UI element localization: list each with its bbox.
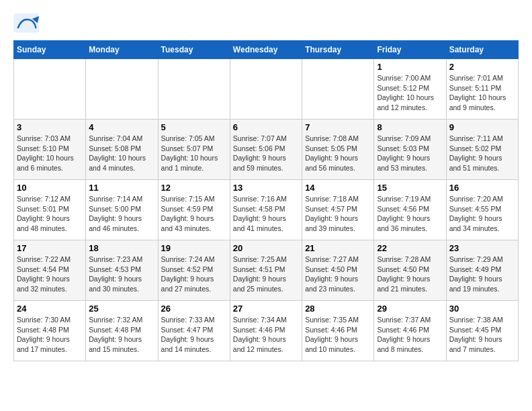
calendar-cell: 10Sunrise: 7:12 AM Sunset: 5:01 PM Dayli… xyxy=(14,180,86,240)
day-number: 13 xyxy=(233,183,299,193)
calendar-cell: 30Sunrise: 7:38 AM Sunset: 4:45 PM Dayli… xyxy=(446,301,518,361)
day-number: 1 xyxy=(377,62,443,72)
day-info: Sunrise: 7:07 AM Sunset: 5:06 PM Dayligh… xyxy=(233,134,299,173)
day-info: Sunrise: 7:20 AM Sunset: 4:55 PM Dayligh… xyxy=(449,194,515,234)
day-info: Sunrise: 7:27 AM Sunset: 4:50 PM Dayligh… xyxy=(305,255,371,294)
day-info: Sunrise: 7:19 AM Sunset: 4:56 PM Dayligh… xyxy=(377,194,443,234)
day-number: 26 xyxy=(161,304,227,314)
svg-rect-0 xyxy=(13,13,39,32)
calendar-week-row: 1Sunrise: 7:00 AM Sunset: 5:12 PM Daylig… xyxy=(14,59,519,120)
logo-icon xyxy=(13,13,40,34)
day-info: Sunrise: 7:33 AM Sunset: 4:47 PM Dayligh… xyxy=(161,315,227,355)
day-number: 30 xyxy=(449,304,515,314)
day-number: 3 xyxy=(17,122,83,132)
day-number: 4 xyxy=(89,122,154,132)
day-info: Sunrise: 7:24 AM Sunset: 4:52 PM Dayligh… xyxy=(161,255,227,294)
calendar-cell: 13Sunrise: 7:16 AM Sunset: 4:58 PM Dayli… xyxy=(230,180,302,240)
day-number: 23 xyxy=(449,243,515,253)
day-number: 28 xyxy=(305,304,371,314)
calendar-cell: 3Sunrise: 7:03 AM Sunset: 5:10 PM Daylig… xyxy=(14,120,86,180)
day-number: 20 xyxy=(233,243,299,253)
calendar-cell: 26Sunrise: 7:33 AM Sunset: 4:47 PM Dayli… xyxy=(158,301,230,361)
calendar-cell: 8Sunrise: 7:09 AM Sunset: 5:03 PM Daylig… xyxy=(374,120,446,180)
day-info: Sunrise: 7:29 AM Sunset: 4:49 PM Dayligh… xyxy=(449,255,515,294)
day-number: 10 xyxy=(17,183,83,193)
day-number: 24 xyxy=(17,304,83,314)
day-info: Sunrise: 7:22 AM Sunset: 4:54 PM Dayligh… xyxy=(17,255,83,294)
calendar-cell: 22Sunrise: 7:28 AM Sunset: 4:50 PM Dayli… xyxy=(374,240,446,301)
header-day-monday: Monday xyxy=(86,41,158,59)
header-day-thursday: Thursday xyxy=(302,41,374,59)
calendar-cell xyxy=(230,59,302,120)
calendar-cell: 16Sunrise: 7:20 AM Sunset: 4:55 PM Dayli… xyxy=(446,180,518,240)
day-number: 25 xyxy=(89,304,154,314)
calendar-cell: 18Sunrise: 7:23 AM Sunset: 4:53 PM Dayli… xyxy=(86,240,158,301)
logo xyxy=(13,13,42,34)
calendar-week-row: 24Sunrise: 7:30 AM Sunset: 4:48 PM Dayli… xyxy=(14,301,519,361)
day-number: 14 xyxy=(305,183,371,193)
calendar-cell: 20Sunrise: 7:25 AM Sunset: 4:51 PM Dayli… xyxy=(230,240,302,301)
day-number: 22 xyxy=(377,243,443,253)
calendar-cell: 1Sunrise: 7:00 AM Sunset: 5:12 PM Daylig… xyxy=(374,59,446,120)
calendar-cell xyxy=(302,59,374,120)
calendar-cell: 28Sunrise: 7:35 AM Sunset: 4:46 PM Dayli… xyxy=(302,301,374,361)
day-number: 15 xyxy=(377,183,443,193)
day-number: 18 xyxy=(89,243,154,253)
header-day-tuesday: Tuesday xyxy=(158,41,230,59)
day-info: Sunrise: 7:08 AM Sunset: 5:05 PM Dayligh… xyxy=(305,134,371,173)
calendar-cell: 24Sunrise: 7:30 AM Sunset: 4:48 PM Dayli… xyxy=(14,301,86,361)
day-info: Sunrise: 7:01 AM Sunset: 5:11 PM Dayligh… xyxy=(449,73,515,113)
day-info: Sunrise: 7:37 AM Sunset: 4:46 PM Dayligh… xyxy=(377,315,443,355)
day-number: 5 xyxy=(161,122,227,132)
day-number: 19 xyxy=(161,243,227,253)
calendar-cell xyxy=(158,59,230,120)
calendar-cell: 7Sunrise: 7:08 AM Sunset: 5:05 PM Daylig… xyxy=(302,120,374,180)
calendar-cell: 29Sunrise: 7:37 AM Sunset: 4:46 PM Dayli… xyxy=(374,301,446,361)
day-number: 2 xyxy=(449,62,515,72)
day-number: 6 xyxy=(233,122,299,132)
calendar-week-row: 10Sunrise: 7:12 AM Sunset: 5:01 PM Dayli… xyxy=(14,180,519,240)
calendar-week-row: 17Sunrise: 7:22 AM Sunset: 4:54 PM Dayli… xyxy=(14,240,519,301)
day-number: 7 xyxy=(305,122,371,132)
day-number: 21 xyxy=(305,243,371,253)
day-info: Sunrise: 7:23 AM Sunset: 4:53 PM Dayligh… xyxy=(89,255,154,294)
day-number: 11 xyxy=(89,183,154,193)
day-number: 12 xyxy=(161,183,227,193)
day-info: Sunrise: 7:18 AM Sunset: 4:57 PM Dayligh… xyxy=(305,194,371,234)
day-info: Sunrise: 7:14 AM Sunset: 5:00 PM Dayligh… xyxy=(89,194,154,234)
calendar-cell: 11Sunrise: 7:14 AM Sunset: 5:00 PM Dayli… xyxy=(86,180,158,240)
calendar-table: SundayMondayTuesdayWednesdayThursdayFrid… xyxy=(13,40,519,361)
day-number: 16 xyxy=(449,183,515,193)
day-info: Sunrise: 7:16 AM Sunset: 4:58 PM Dayligh… xyxy=(233,194,299,234)
header-day-friday: Friday xyxy=(374,41,446,59)
day-info: Sunrise: 7:03 AM Sunset: 5:10 PM Dayligh… xyxy=(17,134,83,173)
calendar-cell: 21Sunrise: 7:27 AM Sunset: 4:50 PM Dayli… xyxy=(302,240,374,301)
day-number: 27 xyxy=(233,304,299,314)
page-header xyxy=(13,13,519,34)
calendar-cell: 19Sunrise: 7:24 AM Sunset: 4:52 PM Dayli… xyxy=(158,240,230,301)
day-info: Sunrise: 7:25 AM Sunset: 4:51 PM Dayligh… xyxy=(233,255,299,294)
calendar-cell: 6Sunrise: 7:07 AM Sunset: 5:06 PM Daylig… xyxy=(230,120,302,180)
calendar-cell: 9Sunrise: 7:11 AM Sunset: 5:02 PM Daylig… xyxy=(446,120,518,180)
day-info: Sunrise: 7:35 AM Sunset: 4:46 PM Dayligh… xyxy=(305,315,371,355)
header-day-wednesday: Wednesday xyxy=(230,41,302,59)
day-info: Sunrise: 7:12 AM Sunset: 5:01 PM Dayligh… xyxy=(17,194,83,234)
day-info: Sunrise: 7:32 AM Sunset: 4:48 PM Dayligh… xyxy=(89,315,154,355)
day-info: Sunrise: 7:15 AM Sunset: 4:59 PM Dayligh… xyxy=(161,194,227,234)
calendar-cell xyxy=(14,59,86,120)
header-day-saturday: Saturday xyxy=(446,41,518,59)
calendar-cell: 15Sunrise: 7:19 AM Sunset: 4:56 PM Dayli… xyxy=(374,180,446,240)
day-info: Sunrise: 7:11 AM Sunset: 5:02 PM Dayligh… xyxy=(449,134,515,173)
calendar-cell: 17Sunrise: 7:22 AM Sunset: 4:54 PM Dayli… xyxy=(14,240,86,301)
day-info: Sunrise: 7:34 AM Sunset: 4:46 PM Dayligh… xyxy=(233,315,299,355)
calendar-cell: 14Sunrise: 7:18 AM Sunset: 4:57 PM Dayli… xyxy=(302,180,374,240)
calendar-cell: 25Sunrise: 7:32 AM Sunset: 4:48 PM Dayli… xyxy=(86,301,158,361)
day-info: Sunrise: 7:28 AM Sunset: 4:50 PM Dayligh… xyxy=(377,255,443,294)
day-number: 9 xyxy=(449,122,515,132)
calendar-week-row: 3Sunrise: 7:03 AM Sunset: 5:10 PM Daylig… xyxy=(14,120,519,180)
calendar-header-row: SundayMondayTuesdayWednesdayThursdayFrid… xyxy=(14,41,519,59)
header-day-sunday: Sunday xyxy=(14,41,86,59)
calendar-cell: 27Sunrise: 7:34 AM Sunset: 4:46 PM Dayli… xyxy=(230,301,302,361)
day-info: Sunrise: 7:38 AM Sunset: 4:45 PM Dayligh… xyxy=(449,315,515,355)
day-info: Sunrise: 7:00 AM Sunset: 5:12 PM Dayligh… xyxy=(377,73,443,113)
